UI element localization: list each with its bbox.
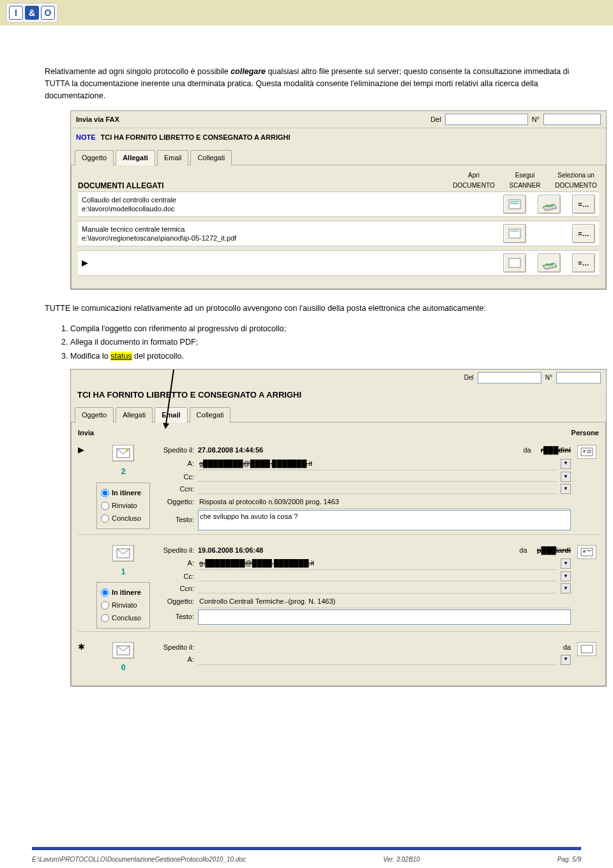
list-item-2: Allega il documento in formato PDF; <box>70 336 581 348</box>
document-row: Manuale tecnico centrale termica e:\lavo… <box>78 221 599 246</box>
tab-email[interactable]: Email <box>155 407 187 423</box>
note-label: NOTE <box>76 132 96 143</box>
svg-rect-16 <box>581 548 593 556</box>
list-item-3: Modifica lo status del protocollo. <box>70 350 581 363</box>
run-scanner-button[interactable] <box>538 195 561 214</box>
send-button[interactable] <box>112 545 134 562</box>
num-input[interactable] <box>556 372 601 384</box>
document-row: Collaudo del controllo centrale e:\lavor… <box>78 191 599 217</box>
svg-rect-1 <box>510 201 519 202</box>
email-number: 0 <box>121 661 125 674</box>
doc-path: e:\lavoro\modellocollaudo.doc <box>82 205 175 213</box>
dropdown-icon[interactable]: ▼ <box>561 472 571 482</box>
doc-title: Manuale tecnico centrale termica <box>82 225 185 233</box>
dropdown-icon[interactable]: ▼ <box>561 655 571 665</box>
paragraph-2-intro: TUTTE le comunicazioni relativamente ad … <box>45 303 581 315</box>
invia-via-fax-label: Invia via FAX <box>76 114 119 125</box>
del-input[interactable] <box>478 372 541 384</box>
footer-path: E:\Lavoro\PROTOCOLLO\DocumentazioneGesti… <box>32 856 246 863</box>
open-document-button[interactable] <box>503 195 526 214</box>
radio-rinviato[interactable]: Rinviato <box>101 600 146 611</box>
persone-label: Persone <box>571 428 599 438</box>
open-document-button[interactable] <box>503 253 526 273</box>
radio-concluso[interactable]: Concluso <box>101 513 146 524</box>
tab-oggetto[interactable]: Oggetto <box>75 150 114 165</box>
status-radio-group: In itinere Rinviato Concluso <box>96 483 150 529</box>
del-input[interactable] <box>445 114 528 125</box>
footer-version: Ver. 3.02B10 <box>383 856 420 863</box>
send-button[interactable] <box>112 445 134 461</box>
footer-page: Pag. 5/9 <box>557 856 581 863</box>
logo-o: O <box>41 6 55 20</box>
email-entry: ▶ 2 In itinere Rinviato Concluso <box>78 441 599 534</box>
tab-collegati[interactable]: Collegati <box>190 150 232 165</box>
del-label: Del <box>430 114 441 125</box>
select-document-button[interactable]: =… <box>572 195 595 214</box>
footer-bar <box>32 847 581 850</box>
list-item-1: Compila l'oggetto con riferimento al pro… <box>70 323 581 335</box>
a-value: g████████@████.███████.it <box>198 458 557 470</box>
note-text: TCI HA FORNITO LIBRETTO E CONSEGNATO A A… <box>101 132 291 143</box>
radio-in-itinere[interactable]: In itinere <box>101 488 146 498</box>
document-row-blank: ▶ =… <box>78 250 599 276</box>
dropdown-icon[interactable]: ▼ <box>561 583 571 594</box>
send-button[interactable] <box>112 642 134 659</box>
open-document-button[interactable] <box>503 224 526 243</box>
radio-in-itinere[interactable]: In itinere <box>101 587 146 598</box>
select-document-button[interactable]: =… <box>572 224 595 243</box>
svg-rect-9 <box>545 264 553 266</box>
logo-i: I <box>9 6 23 20</box>
logo-amp: & <box>25 6 39 20</box>
svg-rect-13 <box>587 450 591 451</box>
email-number: 1 <box>121 565 125 578</box>
dropdown-icon[interactable]: ▼ <box>561 571 571 581</box>
oggetto-value: Risposta al protocollo n.609/2008 prog. … <box>198 496 571 509</box>
persone-button[interactable] <box>577 445 596 459</box>
col-esegui: Esegui SCANNER <box>502 170 548 190</box>
testo-value[interactable] <box>198 610 571 625</box>
screenshot-email: Del N° TCI HA FORNITO LIBRETTO E CONSEGN… <box>70 369 607 687</box>
svg-point-17 <box>583 550 586 553</box>
title-text: TCI HA FORNITO LIBRETTO E CONSEGNATO A A… <box>77 389 301 401</box>
dropdown-icon[interactable]: ▼ <box>561 558 571 569</box>
tab-allegati[interactable]: Allegati <box>116 150 155 165</box>
persone-button[interactable] <box>577 642 596 656</box>
tab-allegati[interactable]: Allegati <box>116 407 153 423</box>
email-number: 2 <box>121 465 125 478</box>
logo: I & O <box>6 3 57 22</box>
run-scanner-button[interactable] <box>538 253 561 273</box>
svg-rect-6 <box>510 230 519 232</box>
svg-rect-2 <box>510 203 519 204</box>
tab-email[interactable]: Email <box>157 150 189 165</box>
a-value: g.████████@████.███████.it <box>198 557 557 570</box>
oggetto-value: Controllo Centrali Termiche.-(prog. N. 1… <box>198 595 571 608</box>
radio-rinviato[interactable]: Rinviato <box>101 500 146 511</box>
tab-oggetto[interactable]: Oggetto <box>75 407 114 423</box>
num-input[interactable] <box>543 114 601 125</box>
num-label: N° <box>532 114 540 125</box>
svg-rect-18 <box>587 550 591 551</box>
svg-rect-4 <box>545 205 553 207</box>
testo-value[interactable]: che sviluppo ha avuto la cosa ? <box>198 510 571 530</box>
doc-path: e:\lavoro\regionetoscana\pianod\ip-05-12… <box>82 234 236 242</box>
svg-point-12 <box>583 450 586 453</box>
section-title: DOCUMENTI ALLEGATI <box>78 180 164 192</box>
dropdown-icon[interactable]: ▼ <box>561 459 571 469</box>
persone-button[interactable] <box>577 545 596 559</box>
screenshot-allegati: Invia via FAX Del N° NOTE TCI HA FORNITO… <box>70 110 607 290</box>
ccn-value <box>198 484 557 494</box>
svg-rect-14 <box>587 452 591 453</box>
dropdown-icon[interactable]: ▼ <box>561 484 571 494</box>
ccn-value <box>198 583 557 594</box>
email-entry-blank: ✱ 0 Spedito il:da A:▼ <box>78 638 599 677</box>
tab-collegati[interactable]: Collegati <box>190 407 231 423</box>
radio-concluso[interactable]: Concluso <box>101 613 146 624</box>
select-document-button[interactable]: =… <box>572 253 595 273</box>
doc-title: Collaudo del controllo centrale <box>82 196 176 204</box>
svg-rect-20 <box>581 645 593 653</box>
header-band: I & O <box>0 0 613 26</box>
col-apri: Apri DOCUMENTO <box>451 170 497 190</box>
col-seleziona: Seleziona un DOCUMENTO <box>553 170 599 190</box>
cc-value <box>198 571 557 581</box>
status-radio-group: In itinere Rinviato Concluso <box>96 582 150 629</box>
